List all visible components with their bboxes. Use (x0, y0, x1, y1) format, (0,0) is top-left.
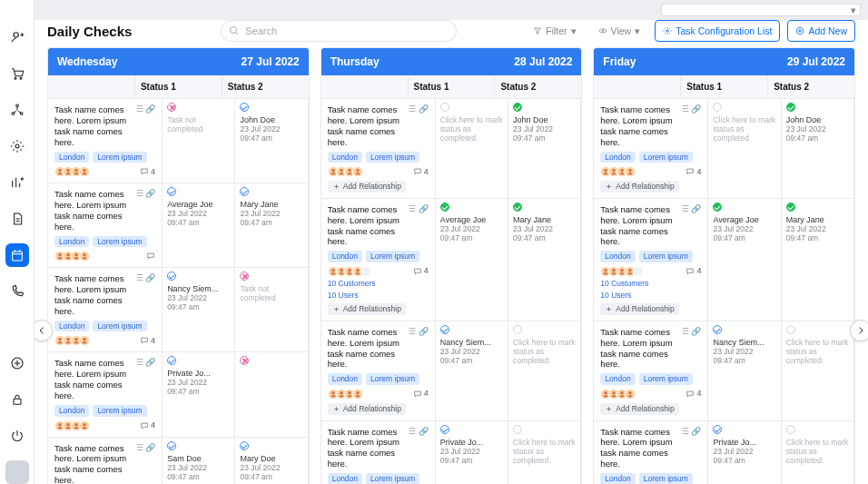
lock-icon (10, 392, 25, 407)
status-cell[interactable]: Average Joe 23 Jul 2022 09:47 am (436, 199, 508, 321)
comment-count[interactable]: 4 (686, 266, 701, 276)
cart-nav[interactable] (5, 62, 29, 85)
calendar-icon (10, 248, 25, 262)
status-cell[interactable]: Average Joe 23 Jul 2022 09:47 am (708, 199, 781, 321)
status-cell[interactable]: Private Jo... 23 Jul 2022 09:47 am (708, 421, 781, 485)
task-cell[interactable]: Task name comes here. Lorem ipsum task n… (48, 438, 163, 485)
task-cell[interactable]: Task name comes here. Lorem ipsum task n… (594, 199, 708, 321)
status-cell[interactable]: Mary Jane 23 Jul 2022 09:47 am (508, 199, 581, 321)
comment-count[interactable]: 4 (413, 266, 429, 276)
comment-count[interactable] (146, 252, 155, 261)
search-input[interactable]: Search (221, 20, 457, 42)
status-cell[interactable]: Click here to mark status as completed. (508, 321, 581, 420)
task-row: Task name comes here. Lorem ipsum task n… (321, 321, 582, 421)
status-cell[interactable]: Nancy Siem... 23 Jul 2022 09:47 am (708, 321, 781, 420)
add-relationship[interactable]: ＋ Add Relationship (328, 303, 406, 315)
comment-count[interactable]: 4 (140, 420, 155, 430)
network-nav[interactable] (5, 98, 29, 122)
task-cell[interactable]: Task name comes here. Lorem ipsum task n… (48, 268, 163, 351)
status-name: Average Joe (167, 200, 230, 209)
topbar-dropdown[interactable]: ▾ (661, 4, 861, 16)
task-extra: 10 Users (328, 291, 429, 301)
gear-nav[interactable] (5, 134, 29, 158)
task-cell[interactable]: Task name comes here. Lorem ipsum task n… (321, 199, 436, 321)
task-cell[interactable]: Task name comes here. Lorem ipsum task n… (321, 421, 436, 485)
add-relationship[interactable]: ＋ Add Relationship (328, 181, 406, 193)
status-cell[interactable]: John Doe 23 Jul 2022 09:47 am (782, 99, 854, 198)
task-cell[interactable]: Task name comes here. Lorem ipsum task n… (48, 183, 163, 267)
task-cell[interactable]: Task name comes here. Lorem ipsum task n… (594, 421, 708, 485)
status-cell[interactable]: Mary Doe 23 Jul 2022 09:47 am (235, 438, 308, 485)
task-config-button[interactable]: Task Configuration List (655, 20, 780, 42)
svg-point-33 (58, 253, 61, 256)
status-cell[interactable]: Click here to mark status as completed. (708, 99, 781, 198)
status-cell[interactable]: John Doe 23 Jul 2022 09:47 am (235, 99, 308, 183)
status-cell[interactable]: Average Joe 23 Jul 2022 09:47 am (163, 183, 235, 267)
comment-count[interactable]: 4 (140, 336, 155, 346)
status-time: 09:47 am (240, 133, 302, 143)
task-tag: Lorem ipsum (93, 236, 146, 248)
add-relationship[interactable]: ＋ Add Relationship (328, 403, 406, 415)
rows-container: Task name comes here. Lorem ipsum task n… (48, 99, 309, 484)
task-cell[interactable]: Task name comes here. Lorem ipsum task n… (321, 321, 436, 420)
comment-count[interactable]: 4 (413, 167, 429, 177)
svg-point-52 (356, 169, 359, 172)
status-cell[interactable]: Click here to mark status as completed. (782, 421, 854, 485)
status-cell[interactable]: Task not completed (163, 99, 235, 183)
task-mini-icons: ☰ 🔗 (682, 427, 702, 437)
status-cell[interactable]: Sam Doe 23 Jul 2022 09:47 am (163, 438, 235, 485)
task-cell[interactable]: Task name comes here. Lorem ipsum task n… (48, 99, 163, 183)
comment-count[interactable]: 4 (413, 389, 429, 399)
lock-nav[interactable] (5, 388, 29, 411)
status-cell[interactable]: Nancy Siem... 23 Jul 2022 09:47 am (436, 321, 508, 420)
status-cell[interactable] (235, 352, 308, 436)
add-new-button[interactable]: Add New (787, 20, 855, 42)
column-header: Thursday 28 Jul 2022 (321, 48, 582, 75)
status-cell[interactable]: Task not completed (235, 268, 308, 351)
status-cell[interactable]: Click here to mark status as completed. (508, 421, 581, 485)
analytics-nav[interactable] (5, 171, 29, 194)
add-relationship[interactable]: ＋ Add Relationship (600, 403, 678, 415)
view-button[interactable]: View▾ (591, 20, 648, 42)
next-arrow[interactable] (850, 320, 868, 341)
comment-count[interactable]: 4 (140, 167, 155, 177)
status-cell[interactable]: Private Jo... 23 Jul 2022 09:47 am (163, 352, 235, 436)
status-date: 23 Jul 2022 (786, 124, 849, 133)
sidebar (0, 0, 35, 484)
status-cell[interactable]: Click here to mark status as completed. (782, 321, 854, 420)
svg-point-8 (15, 144, 19, 148)
calendar-nav[interactable] (5, 243, 29, 267)
add-relationship[interactable]: ＋ Add Relationship (600, 303, 678, 315)
add-relationship[interactable]: ＋ Add Relationship (600, 181, 678, 193)
user-avatar[interactable] (5, 460, 29, 484)
filter-button[interactable]: Filter▾ (526, 20, 583, 42)
status-cell[interactable]: Private Jo... 23 Jul 2022 09:47 am (436, 421, 508, 485)
add-user-nav[interactable] (5, 25, 29, 49)
status-cell[interactable]: Mary Jane 23 Jul 2022 09:47 am (235, 183, 308, 267)
status-time: 09:47 am (713, 456, 775, 465)
status-cell[interactable]: Nancy Siem... 23 Jul 2022 09:47 am (163, 268, 235, 351)
phone-nav[interactable] (5, 280, 29, 303)
task-cell[interactable]: Task name comes here. Lorem ipsum task n… (594, 321, 708, 420)
svg-point-0 (14, 33, 18, 37)
status-cell[interactable]: Click here to mark status as completed. (436, 99, 508, 198)
comment-count[interactable]: 4 (686, 389, 701, 399)
task-cell[interactable]: Task name comes here. Lorem ipsum task n… (48, 352, 163, 436)
task-config-label: Task Configuration List (676, 25, 772, 36)
status-cell[interactable]: John Doe 23 Jul 2022 09:47 am (508, 99, 581, 198)
status-cell[interactable]: Mary Jane 23 Jul 2022 09:47 am (782, 199, 854, 321)
task-tag: Lorem ipsum (639, 251, 693, 262)
task-tag: London (54, 321, 89, 332)
power-nav[interactable] (5, 424, 29, 448)
task-cell[interactable]: Task name comes here. Lorem ipsum task n… (321, 99, 436, 198)
task-cell[interactable]: Task name comes here. Lorem ipsum task n… (594, 99, 708, 198)
document-nav[interactable] (5, 207, 29, 231)
task-mini-icons: ☰ 🔗 (682, 327, 702, 337)
task-title: Task name comes here. Lorem ipsum task n… (54, 273, 133, 317)
comment-count[interactable]: 4 (686, 167, 701, 177)
task-tag: Lorem ipsum (93, 321, 146, 332)
plus-circle-nav[interactable] (5, 351, 29, 375)
status-icon (713, 325, 722, 334)
svg-point-34 (66, 253, 69, 256)
rows-container: Task name comes here. Lorem ipsum task n… (594, 99, 854, 484)
